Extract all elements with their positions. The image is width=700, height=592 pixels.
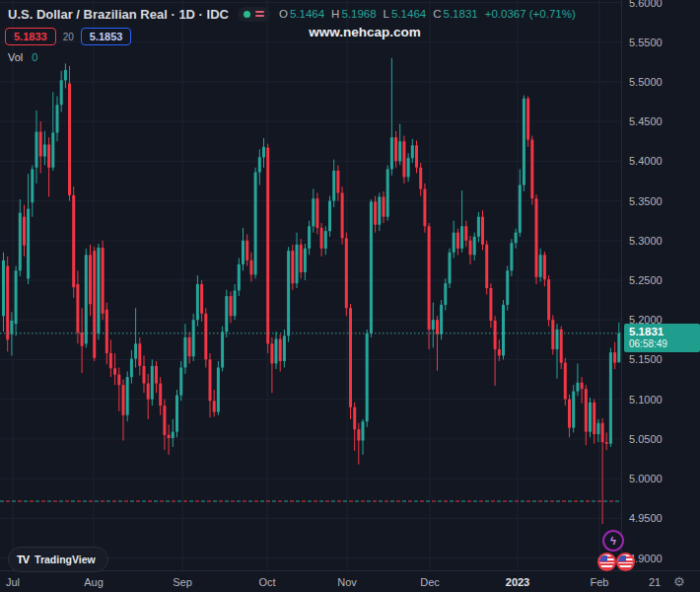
symbol-title[interactable]: U.S. Dollar / Brazilian Real · 1D · IDC <box>8 7 229 22</box>
candle-body <box>460 226 463 249</box>
price-axis-label: 5.3000 <box>629 235 663 247</box>
candle-body <box>539 255 542 277</box>
candle-body <box>336 171 339 193</box>
economic-event-lightning-icon[interactable]: ϟ <box>602 530 624 552</box>
candle-body <box>35 132 38 168</box>
price-axis-label: 5.5500 <box>629 37 663 48</box>
candle-body <box>122 385 125 415</box>
buy-price-button[interactable]: 5.1853 <box>81 28 132 45</box>
candle-body <box>411 145 414 158</box>
time-axis-label: Sep <box>173 576 192 588</box>
candle-body <box>51 132 54 167</box>
volume-row: Vol 0 <box>8 51 576 63</box>
candlestick-chart-canvas[interactable] <box>0 0 700 592</box>
candle-body <box>183 337 186 368</box>
candle-body <box>494 321 497 349</box>
candle-body <box>300 245 303 272</box>
candle-body <box>515 233 518 244</box>
candle-body <box>168 435 171 438</box>
candle-body <box>93 251 96 358</box>
candle-body <box>39 132 42 157</box>
price-axis[interactable]: 5.1831 06:58:49 5.60005.55005.50005.4500… <box>621 0 700 570</box>
candle-body <box>589 403 592 432</box>
price-axis-label: 5.6000 <box>629 0 663 9</box>
candle-body <box>498 349 501 355</box>
high-value: 5.1968 <box>341 8 376 20</box>
chart-legend: U.S. Dollar / Brazilian Real · 1D · IDC … <box>8 5 576 63</box>
candle-body <box>407 158 410 177</box>
candle-body <box>572 392 575 428</box>
candle-body <box>275 339 278 364</box>
candle-body <box>502 305 505 356</box>
candle-body <box>225 296 228 332</box>
candle-body <box>234 291 237 317</box>
candle-body <box>419 168 422 189</box>
us-flag-canton <box>599 555 607 561</box>
candle-body <box>258 157 261 172</box>
candle-body <box>556 330 559 349</box>
candle-body <box>43 145 46 157</box>
candle-body <box>576 383 579 392</box>
candle-body <box>440 305 443 334</box>
close-label: C <box>433 8 441 20</box>
candle-body <box>283 335 286 361</box>
change-value: +0.0367 (+0.71%) <box>485 8 576 20</box>
candle-body <box>130 359 133 378</box>
candle-body <box>394 137 397 161</box>
time-axis-label: Jul <box>6 576 20 588</box>
candle-body <box>547 279 550 320</box>
candle-body <box>266 148 269 344</box>
candle-body <box>560 330 563 363</box>
candle-body <box>453 233 455 253</box>
candle-body <box>254 173 257 275</box>
us-flag-event-icon[interactable] <box>597 553 616 571</box>
candle-body <box>163 406 166 435</box>
candle-body <box>287 251 290 335</box>
flag-icon[interactable] <box>255 11 264 17</box>
price-axis-label: 5.4000 <box>629 155 663 167</box>
candle-body <box>519 185 522 233</box>
candle-body <box>159 384 162 407</box>
candle-body <box>262 147 265 158</box>
close-value: 5.1831 <box>444 8 478 20</box>
axis-settings-gear-icon[interactable]: ⚙ <box>673 574 685 589</box>
candle-body <box>209 359 212 401</box>
candle-body <box>105 310 108 353</box>
candle-body <box>510 243 513 270</box>
candle-body <box>19 213 22 271</box>
candle-body <box>76 284 79 333</box>
candle-body <box>432 320 435 330</box>
candle-body <box>456 233 459 249</box>
candle-body <box>217 368 220 412</box>
us-flag-event-icon[interactable] <box>616 553 635 571</box>
low-label: L <box>384 8 389 20</box>
candle-body <box>85 255 88 343</box>
candle-body <box>378 197 381 225</box>
candle-body <box>315 198 318 228</box>
candle-body <box>312 198 315 226</box>
time-axis-label: 21 <box>649 576 661 588</box>
candle-body <box>27 209 30 279</box>
candle-body <box>15 270 18 324</box>
candle-body <box>270 343 273 363</box>
tradingview-logo[interactable]: TV TradingView <box>8 547 108 572</box>
candle-body <box>328 201 331 232</box>
candle-body <box>390 137 393 169</box>
volume-label[interactable]: Vol <box>8 51 23 63</box>
time-axis[interactable]: ⚙ JulAugSepOctNovDec2023Feb21 <box>0 570 700 592</box>
time-axis-label: Feb <box>591 576 609 588</box>
symbol-status-toggle[interactable] <box>238 7 270 22</box>
candle-body <box>366 333 369 421</box>
candle-body <box>2 260 5 316</box>
candle-body <box>175 396 178 432</box>
time-axis-label: Dec <box>420 576 440 588</box>
candle-body <box>291 251 294 283</box>
candle-body <box>402 141 405 177</box>
candle-body <box>72 195 75 287</box>
candle-body <box>238 264 241 291</box>
price-axis-label: 5.3500 <box>629 195 663 207</box>
sell-price-button[interactable]: 5.1833 <box>5 28 56 45</box>
candle-body <box>551 320 554 349</box>
candle-body <box>47 145 50 168</box>
candle-body <box>444 283 447 305</box>
